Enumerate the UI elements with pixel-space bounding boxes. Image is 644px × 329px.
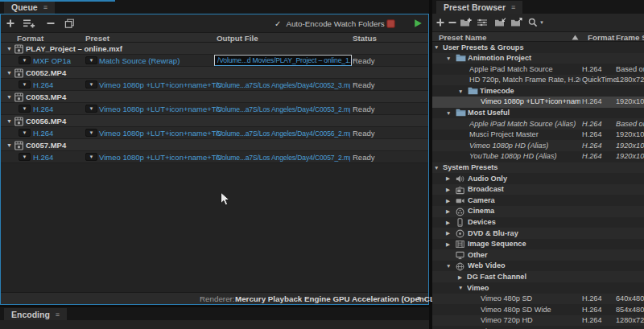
new-group-button[interactable]: [460, 18, 472, 27]
preset-dropdown-icon[interactable]: ▼: [85, 129, 97, 137]
format-dropdown-icon[interactable]: ▼: [19, 129, 31, 137]
col-frame-size[interactable]: Frame Size: [616, 33, 644, 42]
disclosure-arrow-icon[interactable]: ▼: [6, 118, 12, 124]
group-row[interactable]: ▶DG Fast Channel: [432, 271, 644, 282]
disclosure-arrow-icon[interactable]: ▼: [434, 165, 439, 171]
renderer-value[interactable]: Mercury Playback Engine GPU Acceleration…: [235, 294, 437, 303]
folder-row[interactable]: ▼Animotion Project: [432, 53, 644, 64]
disclosure-arrow-icon[interactable]: ▼: [458, 88, 463, 94]
output-file-link[interactable]: /Volume...a7S/Los Angeles/Day4/C0057_2.m…: [216, 154, 350, 162]
format-dropdown-icon[interactable]: ▼: [19, 105, 31, 113]
disclosure-arrow-icon[interactable]: ▼: [6, 70, 12, 76]
remove-button[interactable]: [46, 19, 56, 28]
tab-encoding[interactable]: Encoding ≡: [4, 308, 67, 321]
group-row[interactable]: ▼Vimeo: [432, 282, 644, 294]
queue-output-row[interactable]: ▼H.264▼Vimeo 1080p +LUT+icon+name+TC/Vol…: [1, 127, 428, 139]
preset-dropdown-icon[interactable]: ▼: [85, 105, 97, 113]
disclosure-arrow-icon[interactable]: ▼: [6, 46, 12, 51]
disclosure-arrow-icon[interactable]: ▼: [6, 94, 12, 100]
output-format-link[interactable]: H.264: [33, 105, 53, 113]
sort-ascending-icon[interactable]: [572, 35, 579, 40]
add-source-button[interactable]: [6, 19, 15, 28]
queue-output-row[interactable]: ▼H.264▼Vimeo 1080p +LUT+icon+name+TC/Vol…: [1, 79, 428, 91]
folder-row[interactable]: ▼Most Useful: [432, 108, 644, 119]
preset-row[interactable]: Apple iPad Match Source (Alias)H.264Base…: [432, 118, 644, 130]
preset-dropdown-icon[interactable]: ▼: [85, 153, 97, 161]
disclosure-arrow-icon[interactable]: ▼: [446, 263, 451, 269]
disclosure-arrow-icon[interactable]: ▼: [434, 44, 439, 50]
disclosure-arrow-icon[interactable]: ▶: [446, 220, 450, 226]
col-preset-format[interactable]: Format: [588, 33, 614, 42]
disclosure-arrow-icon[interactable]: ▼: [446, 56, 451, 61]
category-row[interactable]: ▶Devices: [432, 217, 644, 228]
format-dropdown-icon[interactable]: ▼: [19, 153, 31, 161]
preset-row[interactable]: Vimeo 1080p HDH.2641920x1080: [432, 326, 644, 329]
disclosure-arrow-icon[interactable]: ▶: [446, 230, 450, 236]
preset-row[interactable]: HD 720p, Match Frame Rate, H.264, AAC...…: [432, 75, 644, 86]
preset-row[interactable]: Musci Project MasterH.2641920x1080: [432, 130, 644, 141]
export-preset-button[interactable]: [510, 18, 522, 27]
disclosure-arrow-icon[interactable]: ▶: [446, 198, 450, 204]
disclosure-arrow-icon[interactable]: ▼: [458, 285, 463, 290]
output-file-link[interactable]: /Volume...d Movies/PLAY_Project – online…: [214, 55, 352, 66]
format-dropdown-icon[interactable]: ▼: [19, 56, 31, 64]
preset-row[interactable]: Vimeo 480p SDH.264640x480: [432, 294, 644, 305]
disclosure-arrow-icon[interactable]: ▶: [446, 175, 450, 182]
output-file-link[interactable]: /Volume...a7S/Los Angeles/Day4/C0052_3.m…: [216, 81, 350, 89]
delete-preset-button[interactable]: [448, 18, 457, 27]
start-queue-button[interactable]: [413, 19, 423, 28]
renderer-dropdown-icon[interactable]: ▼: [416, 295, 422, 301]
output-preset-link[interactable]: Match Source (Rewrap): [99, 56, 180, 65]
queue-output-row[interactable]: ▼H.264▼Vimeo 1080p +LUT+icon+name+TC/Vol…: [1, 103, 428, 115]
add-output-button[interactable]: [23, 19, 35, 28]
col-preset-name[interactable]: Preset Name: [439, 33, 486, 42]
output-preset-link[interactable]: Vimeo 1080p +LUT+icon+name+TC: [99, 153, 221, 162]
output-preset-link[interactable]: Vimeo 1080p +LUT+icon+name+TC: [99, 80, 221, 89]
category-row[interactable]: ▶Camera: [432, 195, 644, 206]
disclosure-arrow-icon[interactable]: ▼: [6, 142, 12, 148]
auto-encode-watch-folders-checkbox[interactable]: ✓ Auto-Encode Watch Folders: [275, 19, 385, 28]
root-row[interactable]: ▼System Presets: [432, 162, 644, 174]
disclosure-arrow-icon[interactable]: ▶: [458, 274, 462, 281]
queue-source-row[interactable]: ▼C0056.MP4: [1, 115, 428, 127]
import-preset-button[interactable]: [494, 18, 506, 27]
category-row[interactable]: Other: [432, 249, 644, 261]
disclosure-arrow-icon[interactable]: ▶: [446, 241, 450, 248]
preset-row[interactable]: Vimeo 1080p HD (Alias)H.2641920x1080: [432, 140, 644, 151]
root-row[interactable]: ▼User Presets & Groups: [432, 42, 644, 53]
queue-output-row[interactable]: ▼H.264▼Vimeo 1080p +LUT+icon+name+TC/Vol…: [1, 151, 428, 163]
format-dropdown-icon[interactable]: ▼: [19, 80, 31, 88]
tab-queue[interactable]: Queue ≡: [4, 1, 55, 14]
output-preset-link[interactable]: Vimeo 1080p +LUT+icon+name+TC: [99, 105, 221, 113]
folder-row[interactable]: ▼Timecode: [432, 85, 644, 97]
stop-queue-button[interactable]: [386, 19, 395, 28]
preset-settings-button[interactable]: [477, 18, 488, 27]
create-preset-button[interactable]: [436, 18, 445, 27]
queue-source-row[interactable]: ▼C0052.MP4: [1, 67, 428, 79]
panel-menu-icon[interactable]: ≡: [43, 3, 47, 11]
search-icon[interactable]: [528, 18, 538, 27]
output-file-link[interactable]: /Volume...a7S/Los Angeles/Day4/C0053_2.m…: [216, 105, 350, 113]
output-format-link[interactable]: H.264: [33, 80, 53, 89]
output-format-link[interactable]: MXF OP1a: [33, 56, 71, 65]
disclosure-arrow-icon[interactable]: ▶: [446, 187, 450, 193]
preset-row[interactable]: YouTube 1080p HD (Alias)H.2641920x1080: [432, 151, 644, 162]
category-row[interactable]: ▶Broadcast: [432, 184, 644, 195]
category-row[interactable]: ▶Image Sequence: [432, 239, 644, 250]
panel-menu-icon[interactable]: ≡: [56, 310, 60, 319]
preset-row[interactable]: Vimeo 1080p +LUT+icon+name+TCH.2641920x1…: [432, 97, 644, 108]
category-row[interactable]: ▼Web Video: [432, 261, 644, 272]
output-format-link[interactable]: H.264: [33, 129, 53, 138]
preset-dropdown-icon[interactable]: ▼: [85, 80, 97, 88]
output-preset-link[interactable]: Vimeo 1080p +LUT+icon+name+TC: [99, 129, 221, 138]
category-row[interactable]: ▶Cinema: [432, 206, 644, 217]
tab-preset-browser[interactable]: Preset Browser ≡: [436, 1, 522, 14]
preset-row[interactable]: Apple iPad Match SourceH.264Based on sou…: [432, 64, 644, 75]
queue-source-row[interactable]: ▼C0057.MP4: [1, 139, 428, 151]
preset-row[interactable]: Vimeo 480p SD WideH.264854x480: [432, 304, 644, 315]
output-format-link[interactable]: H.264: [33, 153, 53, 162]
preset-row[interactable]: Vimeo 720p HDH.2641280x720: [432, 315, 644, 327]
queue-source-row[interactable]: ▼PLAY_Project – online.mxf: [1, 43, 428, 55]
search-options-dropdown-icon[interactable]: ▼: [539, 20, 544, 25]
duplicate-button[interactable]: [64, 19, 75, 29]
